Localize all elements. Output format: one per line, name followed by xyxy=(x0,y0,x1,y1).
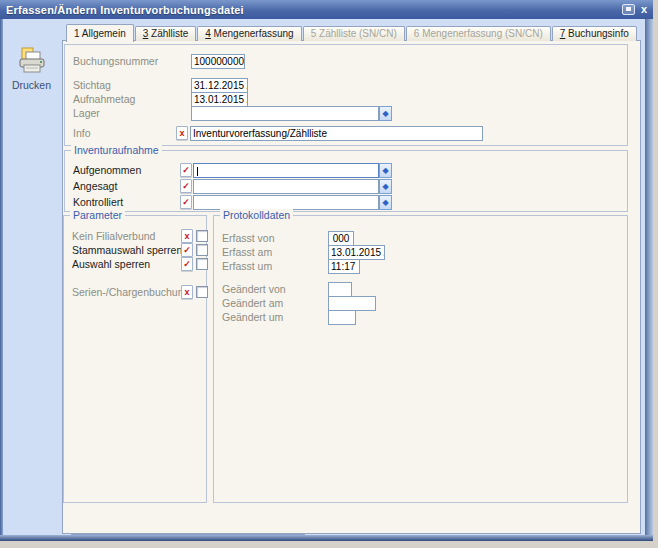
geaendert-von-field xyxy=(328,282,352,297)
group-inventuraufnahme-title: Inventuraufnahme xyxy=(71,144,162,156)
lookup-icon: ◆ xyxy=(382,182,388,191)
buchungsnummer-label: Buchungsnummer xyxy=(73,55,158,67)
erfasst-um-field: 11:17 xyxy=(328,259,360,274)
lookup-icon: ◆ xyxy=(382,198,388,207)
window-title: Erfassen/Ändern Inventurvorbuchungsdatei xyxy=(6,4,244,16)
aufgenommen-label: Aufgenommen xyxy=(73,164,141,176)
toolbar-sidebar: Drucken xyxy=(3,19,60,535)
lager-lookup-button[interactable]: ◆ xyxy=(379,106,392,121)
aufnahmetag-field[interactable]: 13.01.2015 /Di xyxy=(191,92,248,107)
print-button[interactable]: Drucken xyxy=(3,47,60,91)
check-note-icon[interactable]: ✓ xyxy=(180,179,192,193)
erfasst-um-label: Erfasst um xyxy=(222,260,272,272)
tab-bar: 1 Allgemein 3 Zählliste 4 Mengenerfassun… xyxy=(66,23,638,41)
group-parameter: Parameter Kein Filialverbund x Stammausw… xyxy=(63,215,207,503)
group-inventuraufnahme: Inventuraufnahme Aufgenommen ✓ ◆ Angesag… xyxy=(64,150,628,212)
geaendert-um-label: Geändert um xyxy=(222,311,283,323)
info-field[interactable]: Inventurvorerfassung/Zählliste xyxy=(190,126,483,141)
geaendert-von-label: Geändert von xyxy=(222,283,286,295)
tab-zaehlliste-sncn: 5 Zählliste (SN/CN) xyxy=(303,26,405,41)
erfasst-am-label: Erfasst am xyxy=(222,246,272,258)
group-general: Buchungsnummer 1000000002 Stichtag 31.12… xyxy=(64,44,628,146)
lager-label: Lager xyxy=(73,107,100,119)
kein-filialverbund-checkbox[interactable] xyxy=(196,230,208,242)
printer-icon xyxy=(16,47,48,74)
tab-mengenerfassung-sncn: 6 Mengenerfassung (SN/CN) xyxy=(406,26,551,41)
buchungsnummer-field[interactable]: 1000000002 xyxy=(191,54,245,69)
stammauswahl-sperren-label: Stammauswahl sperren xyxy=(72,244,182,256)
cross-note-icon[interactable]: x xyxy=(176,126,188,140)
angesagt-combobox[interactable] xyxy=(193,179,379,194)
tab-allgemein[interactable]: 1 Allgemein xyxy=(66,24,134,42)
tab-buchungsinfo[interactable]: 7 Buchungsinfo xyxy=(552,26,637,41)
check-note-icon[interactable]: ✓ xyxy=(180,163,192,177)
erfasst-von-field: 000 xyxy=(328,231,354,246)
window-border-right xyxy=(645,19,653,535)
aufgenommen-lookup-button[interactable]: ◆ xyxy=(379,163,392,178)
tab-zaehlliste[interactable]: 3 Zählliste xyxy=(135,26,197,41)
kein-filialverbund-label: Kein Filialverbund xyxy=(72,230,155,242)
check-note-icon[interactable]: ✓ xyxy=(180,195,192,209)
kontrolliert-label: Kontrolliert xyxy=(73,196,123,208)
print-button-label: Drucken xyxy=(3,79,60,91)
restore-icon-inner xyxy=(626,7,631,11)
lookup-icon: ◆ xyxy=(382,109,388,118)
aufgenommen-combobox[interactable] xyxy=(193,163,379,178)
group-parameter-title: Parameter xyxy=(70,209,125,221)
cross-note-icon[interactable]: x xyxy=(181,229,193,243)
check-note-icon[interactable]: ✓ xyxy=(181,243,193,257)
info-label: Info xyxy=(73,127,91,139)
geaendert-um-field xyxy=(328,310,356,325)
check-note-icon[interactable]: ✓ xyxy=(181,257,193,271)
window-border-bottom xyxy=(0,535,653,541)
angesagt-label: Angesagt xyxy=(73,180,117,192)
lager-field[interactable] xyxy=(191,106,379,121)
close-icon[interactable]: x xyxy=(641,4,647,15)
serien-chargenbuchung-checkbox[interactable] xyxy=(196,286,208,298)
aufnahmetag-label: Aufnahmetag xyxy=(73,93,135,105)
angesagt-lookup-button[interactable]: ◆ xyxy=(379,179,392,194)
auswahl-sperren-label: Auswahl sperren xyxy=(72,258,150,270)
text-caret xyxy=(197,167,198,176)
stichtag-label: Stichtag xyxy=(73,79,111,91)
restore-icon[interactable] xyxy=(622,4,635,15)
auswahl-sperren-checkbox[interactable] xyxy=(196,258,208,270)
tab-mengenerfassung[interactable]: 4 Mengenerfassung xyxy=(197,26,301,41)
erfasst-am-field: 13.01.2015 /Di xyxy=(328,245,385,260)
group-protokolldaten: Protokolldaten Erfasst von 000 Erfasst a… xyxy=(213,215,628,503)
geaendert-am-field xyxy=(328,296,376,311)
kontrolliert-lookup-button[interactable]: ◆ xyxy=(379,195,392,210)
title-bar[interactable]: Erfassen/Ändern Inventurvorbuchungsdatei… xyxy=(0,0,653,19)
stammauswahl-sperren-checkbox[interactable] xyxy=(196,244,208,256)
kontrolliert-combobox[interactable] xyxy=(193,195,379,210)
cross-note-icon[interactable]: x xyxy=(181,285,193,299)
dialog-window: Erfassen/Ändern Inventurvorbuchungsdatei… xyxy=(0,0,653,541)
group-protokolldaten-title: Protokolldaten xyxy=(220,209,293,221)
stichtag-field[interactable]: 31.12.2015 /Do xyxy=(191,78,248,93)
lookup-icon: ◆ xyxy=(382,166,388,175)
serien-chargenbuchung-label: Serien-/Chargenbuchung xyxy=(72,286,189,298)
erfasst-von-label: Erfasst von xyxy=(222,232,275,244)
geaendert-am-label: Geändert am xyxy=(222,297,283,309)
